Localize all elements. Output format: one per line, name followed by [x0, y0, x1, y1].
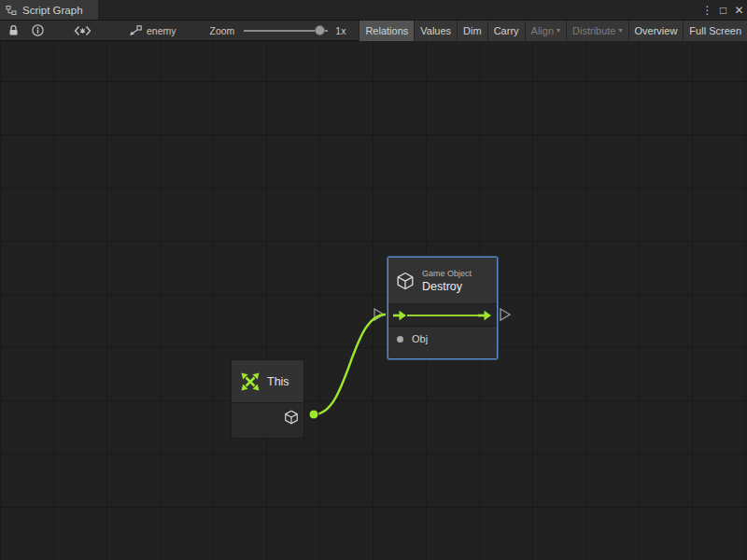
flow-in-arrow-icon[interactable] [393, 309, 407, 322]
distribute-dropdown-button[interactable]: Distribute ▾ [566, 21, 627, 41]
dim-button[interactable]: Dim [457, 21, 487, 41]
chevron-down-icon: ▾ [619, 27, 623, 35]
gameobject-cube-icon [284, 410, 299, 425]
move-arrows-icon [240, 371, 261, 392]
node-this-title: This [267, 375, 289, 388]
info-icon[interactable] [28, 21, 47, 41]
zoom-slider[interactable] [244, 25, 328, 36]
node-destroy-header: Game Object Destroy [388, 258, 497, 304]
graph-name-label: enemy [147, 25, 176, 36]
node-destroy-titles: Game Object Destroy [422, 269, 472, 293]
destroy-control-input-port[interactable] [374, 309, 384, 320]
this-gameobject-output-port[interactable] [309, 410, 318, 419]
node-destroy-category: Game Object [422, 269, 472, 278]
carry-button[interactable]: Carry [487, 21, 525, 41]
relations-button[interactable]: Relations [359, 21, 414, 41]
gameobject-cube-icon [396, 272, 415, 290]
obj-port-label: Obj [412, 333, 428, 344]
overview-button[interactable]: Overview [628, 21, 684, 41]
lock-icon[interactable] [4, 21, 22, 41]
node-destroy-title: Destroy [422, 280, 472, 293]
script-graph-icon [6, 5, 17, 16]
fullscreen-button[interactable]: Full Screen [683, 21, 747, 41]
titlebar-spacer [98, 0, 699, 20]
node-this-header: This [232, 360, 303, 403]
zoom-value: 1x [335, 25, 345, 36]
graph-pointer-icon [129, 25, 142, 36]
code-preview-icon[interactable] [73, 21, 92, 41]
window-menu-button[interactable]: ⋮ [699, 0, 715, 20]
tab-script-graph[interactable]: Script Graph [0, 0, 98, 20]
window-close-button[interactable]: ✕ [731, 0, 747, 20]
script-graph-window: Script Graph ⋮ □ ✕ [0, 0, 747, 560]
node-destroy-flow-row [388, 304, 497, 327]
node-this[interactable]: This [231, 359, 304, 439]
node-destroy[interactable]: Game Object Destroy Obj [388, 257, 498, 359]
connection-edge-this-to-destroy[interactable] [314, 315, 386, 414]
chevron-down-icon: ▾ [557, 27, 560, 35]
node-destroy-obj-row: Obj [388, 327, 497, 351]
graph-canvas[interactable]: This Game Object Destroy [0, 41, 747, 560]
destroy-control-output-port[interactable] [500, 309, 510, 320]
values-button[interactable]: Values [414, 21, 457, 41]
graph-breadcrumb[interactable]: enemy [129, 25, 176, 36]
graph-toolbar: enemy Zoom 1x Relations Values Dim Carry… [0, 21, 747, 41]
window-titlebar: Script Graph ⋮ □ ✕ [0, 0, 747, 21]
zoom-slider-handle[interactable] [315, 25, 325, 35]
zoom-label: Zoom [210, 25, 235, 36]
align-dropdown-button[interactable]: Align ▾ [525, 21, 566, 41]
flow-relation-line [407, 315, 478, 316]
toolbar-button-group: Relations Values Dim Carry Align ▾ Distr… [359, 21, 747, 41]
window-maximize-button[interactable]: □ [715, 0, 731, 20]
flow-out-arrow-icon[interactable] [478, 309, 492, 322]
obj-input-port[interactable] [397, 336, 403, 343]
distribute-label: Distribute [572, 25, 615, 36]
align-label: Align [531, 25, 554, 36]
tab-title: Script Graph [22, 5, 83, 16]
